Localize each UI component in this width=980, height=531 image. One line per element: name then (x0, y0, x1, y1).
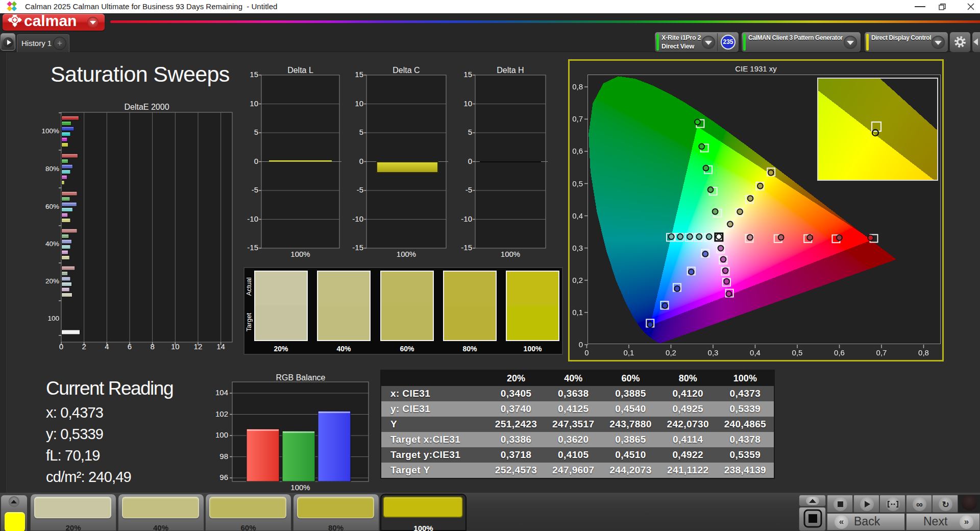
svg-text:∞: ∞ (916, 499, 923, 510)
svg-text:↻: ↻ (942, 500, 949, 510)
